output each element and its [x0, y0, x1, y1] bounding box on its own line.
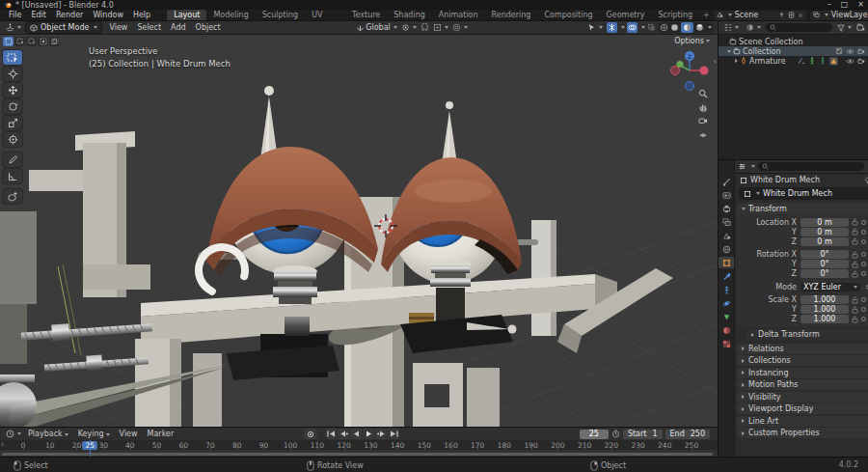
tab-texture[interactable] [719, 338, 734, 349]
snap-toggle[interactable] [420, 23, 429, 32]
workspace-tab-animation[interactable]: Animation [432, 10, 485, 20]
outliner-row-scene-collection[interactable]: Scene Collection [719, 37, 868, 46]
tab-output[interactable] [719, 203, 734, 214]
current-frame-field[interactable]: 25 [580, 430, 609, 439]
lock-icon[interactable] [852, 306, 858, 314]
frame-end-field[interactable]: End250 [665, 430, 710, 439]
select-mode-subtract[interactable] [26, 37, 37, 46]
gizmos-toggle[interactable] [607, 22, 617, 33]
lock-icon[interactable] [852, 296, 858, 304]
tool-scale[interactable] [3, 116, 22, 130]
prev-keyframe-button[interactable] [338, 429, 349, 439]
tool-cursor[interactable] [3, 67, 22, 81]
value-field[interactable]: 1.000 [800, 305, 849, 314]
select-mode-intersect[interactable] [49, 37, 60, 46]
value-field[interactable]: 0° [800, 269, 849, 278]
viewport-menu-select[interactable]: Select [132, 23, 166, 32]
tab-world[interactable] [719, 243, 734, 255]
panel-motion-paths[interactable]: Motion Paths [737, 379, 868, 390]
value-field[interactable]: 0 m [800, 237, 849, 246]
viewlayer-selector[interactable]: ViewLayer [810, 11, 868, 20]
animate-dot[interactable] [861, 230, 866, 235]
tool-add-cube[interactable] [3, 189, 22, 204]
panel-relations[interactable]: Relations [737, 344, 868, 354]
timeline-menu-keying[interactable]: Keying [73, 430, 115, 438]
menu-help[interactable]: Help [128, 11, 155, 19]
pin-icon[interactable] [863, 177, 868, 184]
object-name-field[interactable]: White Drum Mech [739, 187, 868, 200]
lock-icon[interactable] [852, 261, 858, 268]
unlink-scene-icon[interactable] [798, 13, 803, 18]
properties-editor-icon[interactable] [738, 162, 746, 171]
animate-dot[interactable] [861, 262, 866, 266]
workspace-tab-geometry-nodes[interactable]: Geometry Nodes [600, 10, 652, 20]
snap-settings[interactable] [433, 23, 448, 32]
menu-render[interactable]: Render [51, 11, 88, 19]
tool-move[interactable] [3, 83, 22, 97]
collection-expand-caret[interactable] [727, 50, 731, 53]
timeline-menu-view[interactable]: View [115, 430, 143, 438]
timeline-menu-playback[interactable]: Playback [23, 430, 73, 438]
workspace-tab-rendering[interactable]: Rendering [485, 10, 538, 20]
armature-expand-caret[interactable] [735, 59, 738, 63]
animate-dot[interactable] [861, 220, 866, 225]
menu-window[interactable]: Window [88, 11, 128, 19]
tab-data[interactable] [719, 311, 734, 322]
hide-eye-icon[interactable] [846, 58, 854, 65]
workspace-tab-scripting[interactable]: Scripting [651, 10, 699, 20]
tab-physics[interactable] [719, 297, 734, 309]
shading-material-active[interactable] [681, 22, 693, 33]
new-collection-button[interactable] [856, 23, 865, 32]
timeline-scrollbar[interactable] [2, 453, 713, 457]
menu-file[interactable]: File [4, 11, 26, 19]
transform-panel-header[interactable]: Transform [737, 203, 868, 214]
viewport-menu-object[interactable]: Object [191, 23, 226, 32]
tool-select-box[interactable] [3, 50, 22, 65]
viewport-menu-add[interactable]: Add [166, 23, 191, 32]
tab-view-layer[interactable] [719, 216, 734, 228]
pin-icon[interactable] [778, 12, 785, 18]
outliner-filter-button[interactable] [837, 24, 852, 32]
panel-instancing[interactable]: Instancing [737, 368, 868, 378]
minimize-button[interactable]: – [827, 1, 831, 9]
lock-icon[interactable] [852, 218, 858, 226]
editor-type-button[interactable] [6, 23, 21, 32]
animate-dot[interactable] [861, 271, 866, 276]
viewport-options-menu[interactable]: Options [674, 37, 710, 45]
show-gizmo-toggle[interactable] [587, 23, 603, 32]
breadcrumb-object-name[interactable]: White Drum Mech [750, 176, 820, 184]
tab-tool[interactable] [719, 176, 734, 187]
jump-to-start-button[interactable] [325, 429, 337, 439]
tab-scene[interactable] [719, 230, 734, 241]
lock-icon[interactable] [852, 228, 858, 236]
lock-icon[interactable] [852, 316, 858, 323]
value-field[interactable]: 0 m [800, 218, 849, 227]
add-workspace-button[interactable]: + [699, 10, 714, 20]
panel-line-art[interactable]: Line Art [737, 416, 868, 427]
mode-dropdown[interactable]: XYZ Euler [800, 283, 860, 292]
xray-toggle[interactable] [647, 23, 656, 32]
tab-material[interactable] [719, 324, 734, 336]
properties-editor-caret[interactable] [751, 165, 755, 168]
panel-viewport-display[interactable]: Viewport Display [737, 403, 868, 414]
animate-dot[interactable] [861, 239, 866, 244]
overlays-toggle[interactable] [627, 22, 637, 33]
lock-icon[interactable] [852, 237, 858, 245]
tool-rotate[interactable] [3, 99, 22, 114]
animate-dot[interactable] [861, 317, 866, 321]
orthographic-grid-icon[interactable] [698, 129, 708, 139]
panel-delta-transform[interactable]: Delta Transform [746, 329, 868, 340]
timeline-editor-button[interactable] [6, 430, 21, 438]
gizmo-y-axis[interactable] [676, 61, 683, 68]
value-field[interactable]: 1.000 [800, 295, 849, 304]
tab-constraints[interactable] [719, 284, 734, 295]
viewport-3d[interactable]: User Perspective (25) Collection | White… [0, 35, 718, 427]
close-button[interactable]: × [857, 1, 864, 9]
tool-transform[interactable] [3, 132, 22, 147]
exclude-checkbox[interactable] [835, 47, 843, 55]
scene-canvas[interactable] [0, 35, 718, 427]
panel-custom-properties[interactable]: Custom Properties [737, 428, 868, 438]
transform-orientation-selector[interactable]: Global [356, 23, 397, 32]
tab-modifiers[interactable] [719, 270, 734, 282]
workspace-tab-sculpting[interactable]: Sculpting [256, 10, 305, 20]
